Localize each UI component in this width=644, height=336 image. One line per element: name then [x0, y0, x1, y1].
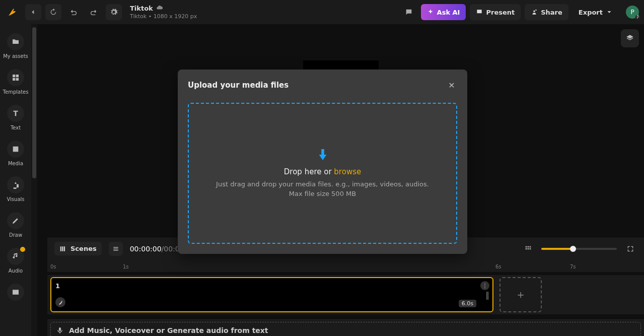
text-icon	[12, 109, 20, 117]
timeline-ruler[interactable]: 0s 1s 6s 7s	[47, 260, 644, 272]
dropzone-headline: Drop here or browse	[284, 167, 361, 176]
upload-dropzone[interactable]: Drop here or browse Just drag and drop y…	[188, 103, 457, 244]
sidebar-item-visuals[interactable]: Visuals	[1, 173, 30, 207]
close-icon: ✕	[448, 81, 455, 90]
grid-icon	[524, 245, 532, 253]
download-arrow-icon	[317, 148, 328, 164]
mic-icon	[56, 326, 64, 334]
left-sidebar: My assets Templates Text Media Visuals D…	[0, 24, 31, 336]
scene-duration: 6.0s	[459, 300, 476, 307]
list-icon	[112, 245, 119, 252]
visuals-icon	[12, 181, 20, 189]
history-button[interactable]	[45, 4, 61, 20]
browse-link[interactable]: browse	[334, 167, 361, 176]
avatar-badge: P	[635, 15, 640, 20]
scene-track: 1 6.0s ⋮ ‖ ＋	[47, 275, 644, 314]
chevron-down-icon	[606, 9, 613, 16]
folder-icon	[12, 38, 20, 46]
sidebar-item-my-assets[interactable]: My assets	[1, 30, 30, 64]
scene-number: 1	[55, 282, 60, 290]
settings-button[interactable]	[106, 4, 122, 20]
top-bar: Tiktok Tiktok • 1080 x 1920 px Ask AI Pr…	[0, 0, 644, 24]
share-button[interactable]: Share	[525, 4, 568, 20]
project-title[interactable]: Tiktok	[130, 5, 153, 13]
add-scene-button[interactable]: ＋	[499, 277, 542, 312]
notification-dot-icon	[20, 247, 25, 252]
sidebar-item-captions[interactable]	[1, 281, 30, 301]
export-button[interactable]: Export	[573, 4, 619, 20]
back-button[interactable]	[25, 4, 41, 20]
dropzone-desc: Just drag and drop your media files. e.g…	[216, 179, 429, 199]
canvas-preview[interactable]	[303, 60, 379, 71]
project-subtitle: Tiktok • 1080 x 1920 px	[130, 14, 197, 20]
ask-ai-button[interactable]: Ask AI	[421, 4, 466, 20]
sidebar-item-media[interactable]: Media	[1, 138, 30, 171]
present-button[interactable]: Present	[470, 4, 521, 20]
sidebar-item-templates[interactable]: Templates	[1, 66, 30, 100]
scenes-panel-button[interactable]: Scenes	[54, 242, 102, 255]
sidebar-item-draw[interactable]: Draw	[1, 209, 30, 243]
sidebar-scrollbar[interactable]	[31, 24, 37, 336]
timeline-view-toggle[interactable]	[109, 242, 123, 256]
fullscreen-button[interactable]	[624, 242, 637, 255]
sidebar-item-text[interactable]: Text	[1, 102, 30, 136]
add-audio-button[interactable]: Add Music, Voiceover or Generate audio f…	[50, 322, 641, 336]
plus-icon: ＋	[515, 287, 526, 302]
export-label: Export	[579, 9, 603, 16]
captions-icon	[12, 288, 20, 296]
comments-button[interactable]	[401, 4, 417, 20]
media-icon	[12, 145, 20, 153]
layers-button[interactable]	[621, 29, 639, 47]
avatar-letter: P	[630, 9, 634, 16]
undo-button[interactable]	[65, 4, 82, 20]
audio-icon	[12, 252, 20, 260]
wand-icon	[58, 300, 63, 305]
add-audio-label: Add Music, Voiceover or Generate audio f…	[69, 326, 268, 334]
audio-track: Add Music, Voiceover or Generate audio f…	[47, 318, 644, 336]
timeline-zoom-slider[interactable]	[541, 248, 617, 250]
scene-clip-1[interactable]: 1 6.0s ⋮ ‖	[50, 277, 493, 312]
fullscreen-icon	[626, 245, 634, 253]
modal-title: Upload your media files	[188, 81, 289, 90]
scene-resize-handle[interactable]: ‖	[484, 287, 490, 302]
scenes-icon	[59, 245, 66, 252]
templates-icon	[12, 74, 20, 82]
scene-animation-button[interactable]	[55, 297, 65, 307]
redo-button[interactable]	[86, 4, 102, 20]
modal-close-button[interactable]: ✕	[446, 80, 457, 91]
ask-ai-label: Ask AI	[437, 9, 460, 16]
timecode-display: 00:00:00/00:06	[130, 245, 184, 253]
project-title-block: Tiktok Tiktok • 1080 x 1920 px	[130, 4, 197, 20]
draw-icon	[12, 217, 20, 225]
sidebar-item-audio[interactable]: Audio	[1, 245, 30, 279]
timeline-grid-button[interactable]	[522, 243, 534, 255]
user-avatar[interactable]: P P	[626, 6, 639, 19]
upload-media-modal: Upload your media files ✕ Drop here or b…	[178, 70, 467, 254]
share-label: Share	[541, 9, 562, 16]
cloud-sync-icon	[156, 4, 163, 13]
present-label: Present	[486, 9, 515, 16]
app-logo-icon	[6, 6, 18, 18]
